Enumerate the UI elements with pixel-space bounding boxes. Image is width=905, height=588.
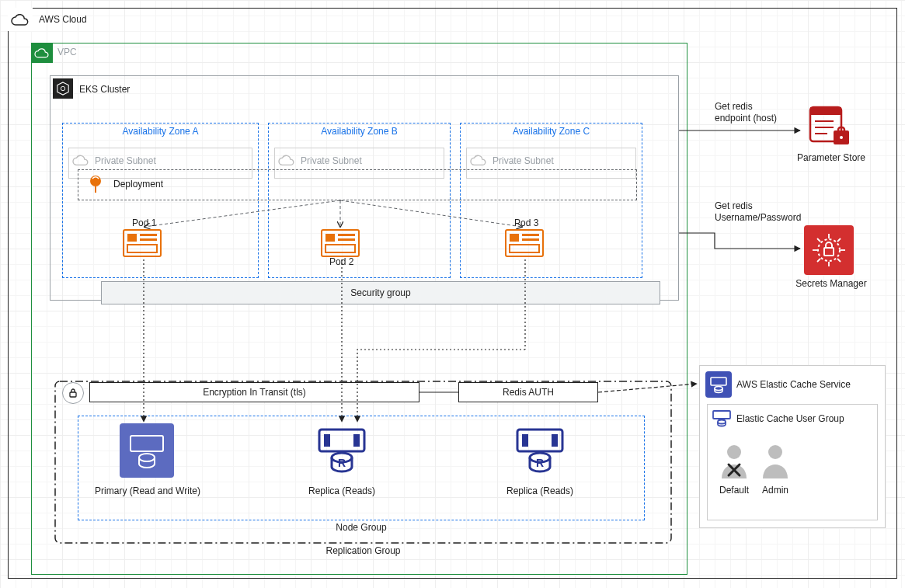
svg-rect-10 [338, 234, 355, 236]
svg-line-49 [817, 259, 820, 262]
az-c-title: Availability Zone C [460, 126, 642, 137]
az-b-subnet-label: Private Subnet [301, 155, 362, 166]
ecs-group-icon [712, 409, 732, 429]
vpc-title: VPC [57, 47, 77, 57]
svg-point-39 [840, 136, 843, 139]
svg-point-54 [727, 445, 741, 459]
ecs-icon [705, 371, 732, 398]
svg-rect-41 [824, 248, 834, 256]
svg-text:R: R [338, 457, 346, 469]
replica1-cache-icon: R [315, 423, 369, 478]
svg-rect-5 [140, 234, 157, 236]
lock-icon [62, 382, 84, 404]
secrets-edge-label: Get redis Username/Password [715, 200, 801, 224]
pod1-label: Pod 1 [132, 217, 156, 228]
security-group-label: Security group [350, 287, 410, 298]
svg-text:R: R [536, 457, 544, 469]
replica2-cache-icon: R [513, 423, 567, 478]
svg-rect-11 [338, 238, 355, 241]
svg-line-48 [837, 238, 841, 242]
pod3-icon [505, 229, 544, 257]
az-c-subnet-label: Private Subnet [493, 155, 554, 166]
svg-rect-20 [131, 436, 163, 451]
svg-marker-0 [57, 82, 68, 95]
ecs-title: AWS Elastic Cache Service [736, 379, 851, 390]
user-admin-icon [760, 441, 791, 480]
svg-rect-28 [522, 434, 528, 447]
eks-icon [53, 78, 73, 99]
replica1-cache-label: Replica (Reads) [280, 485, 404, 496]
replication-group-label: Replication Group [54, 545, 672, 556]
svg-point-53 [718, 420, 726, 424]
pod1-icon [123, 229, 162, 257]
az-c [460, 123, 642, 278]
aws-cloud-title: AWS Cloud [39, 14, 87, 25]
aws-cloud-icon [8, 8, 33, 31]
svg-rect-7 [127, 245, 157, 252]
deployment-label: Deployment [113, 179, 163, 190]
encryption-box: Encryption In Transit (tls) [89, 382, 419, 402]
parameter-store-icon [804, 99, 854, 149]
svg-rect-4 [127, 234, 137, 242]
vpc-icon [31, 43, 53, 63]
security-group: Security group [101, 281, 660, 304]
pod3-label: Pod 3 [514, 217, 538, 228]
svg-rect-29 [552, 434, 558, 447]
user-default-icon [719, 441, 750, 480]
svg-rect-16 [522, 238, 539, 241]
az-a-title: Availability Zone A [62, 126, 259, 137]
az-b-title: Availability Zone B [268, 126, 451, 137]
svg-line-46 [817, 238, 820, 242]
az-a-subnet-label: Private Subnet [95, 155, 156, 166]
svg-rect-24 [353, 434, 360, 447]
svg-point-21 [139, 454, 155, 461]
parameter-store-label: Parameter Store [785, 152, 878, 163]
user-default-label: Default [711, 485, 757, 496]
svg-point-51 [715, 387, 722, 391]
deployment-icon [84, 172, 107, 196]
primary-cache-label: Primary (Read and Write) [85, 485, 210, 496]
secrets-manager-label: Secrets Manager [785, 278, 878, 289]
svg-rect-19 [70, 392, 76, 397]
svg-point-1 [61, 86, 64, 90]
svg-rect-9 [325, 234, 335, 242]
svg-rect-52 [713, 411, 730, 419]
svg-point-57 [768, 445, 782, 459]
svg-rect-17 [510, 245, 539, 252]
secrets-manager-icon [804, 225, 854, 275]
svg-rect-23 [324, 434, 330, 447]
encryption-label: Encryption In Transit (tls) [203, 387, 306, 398]
svg-line-47 [837, 259, 841, 262]
subnet-icon-b [277, 151, 296, 169]
redis-auth-label: Redis AUTH [503, 387, 554, 398]
pod2-label: Pod 2 [329, 256, 353, 267]
subnet-icon-a [71, 151, 90, 169]
svg-rect-33 [810, 107, 841, 115]
svg-rect-6 [140, 238, 157, 241]
subnet-icon-c [469, 151, 488, 169]
redis-auth-box: Redis AUTH [458, 382, 598, 402]
svg-rect-50 [711, 378, 726, 385]
svg-rect-12 [325, 245, 355, 252]
node-group-label: Node Group [78, 522, 645, 533]
pod2-icon [321, 229, 360, 257]
ecs-group-title: Elastic Cache User Group [736, 413, 844, 424]
eks-title: EKS Cluster [79, 84, 130, 95]
param-edge-label: Get redis endpoint (host) [715, 101, 777, 124]
primary-cache-icon [120, 423, 174, 478]
replica2-cache-label: Replica (Reads) [478, 485, 602, 496]
user-admin-label: Admin [752, 485, 799, 496]
svg-rect-14 [510, 234, 519, 242]
svg-rect-15 [522, 234, 539, 236]
